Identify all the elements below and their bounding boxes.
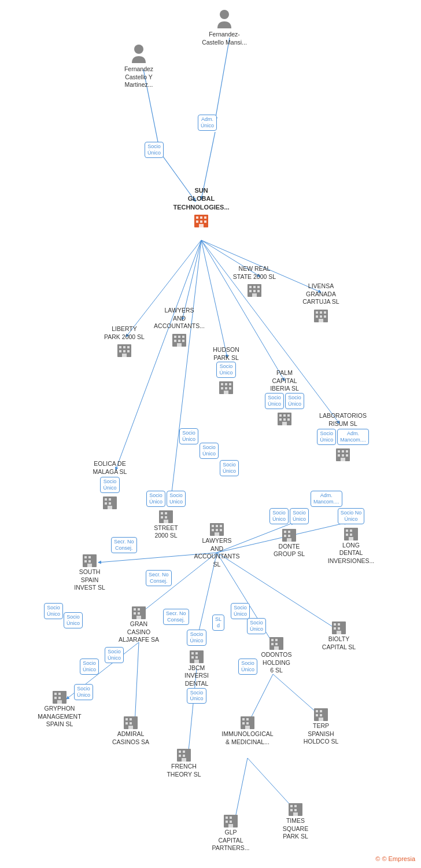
svg-rect-184 (319, 718, 323, 721)
svg-rect-122 (346, 534, 348, 536)
eolica-malaga-node[interactable]: EOLICA DEMALAGA SL SocioÚnico (87, 460, 133, 510)
svg-rect-35 (204, 220, 206, 223)
svg-rect-189 (230, 821, 232, 823)
adm-mancom2[interactable]: Adm.Mancom.... (311, 491, 342, 507)
svg-rect-132 (134, 608, 136, 610)
livensa-granada-node[interactable]: LIVENSAGRANADACARTUJA SL (295, 282, 347, 323)
svg-rect-157 (58, 693, 61, 695)
socio-unico-eolica: SocioÚnico (100, 477, 119, 493)
socio-unico-south2[interactable]: SocioÚnico (64, 612, 83, 628)
svg-rect-63 (123, 346, 125, 348)
svg-rect-109 (212, 529, 214, 531)
eolica-icon (102, 494, 118, 510)
sun-global-label: SUNGLOBALTECHNOLOGIES... (173, 186, 229, 211)
socio-unico-gry[interactable]: SocioÚnico (74, 684, 93, 700)
new-real-state-node[interactable]: NEW REALSTATE 2000 SL (231, 265, 278, 298)
immunological-node[interactable]: IMMUNOLOGICAL& MEDICINAL... (219, 713, 276, 746)
liberty-park-label: LIBERTYPARK 2000 SL (104, 325, 145, 341)
svg-rect-110 (216, 529, 218, 531)
secr-no-consej2[interactable]: Secr. NoConsej. (146, 570, 172, 586)
svg-rect-141 (195, 656, 198, 659)
svg-rect-42 (253, 290, 256, 292)
svg-rect-68 (122, 354, 127, 357)
svg-rect-151 (338, 623, 340, 626)
gran-casino-label: GRANCASINOALJARAFE SA (119, 620, 159, 644)
admiral-casinos-node[interactable]: ADMIRALCASINOS SA (108, 713, 154, 746)
svg-rect-156 (54, 693, 57, 695)
secr-no-consej3[interactable]: Secr. NoConsej. (163, 609, 189, 625)
new-real-state-icon (246, 282, 263, 298)
biolty-icon (331, 619, 347, 635)
street-2000-node[interactable]: SocioÚnico SocioUnico STREET2000 SL (146, 491, 186, 540)
times-square-node[interactable]: TIMESSQUAREPARK SL (269, 800, 322, 841)
biolty-capital-node[interactable]: BIOLTYCAPITAL SL (316, 618, 362, 651)
svg-rect-80 (287, 414, 290, 417)
diagram-container: Fernandez- Castello Mansi... FernandezCa… (0, 0, 421, 868)
glp-capital-node[interactable]: GLPCAPITALPARTNERS... (205, 811, 257, 852)
french-theory-node[interactable]: FRENCHTHEORY SL (161, 745, 207, 778)
times-square-label: TIMESSQUAREPARK SL (283, 817, 308, 841)
svg-rect-134 (134, 612, 136, 615)
svg-rect-164 (125, 722, 128, 724)
odontos-icon (268, 635, 285, 651)
donte-icon (281, 527, 297, 543)
socio-unico-south1[interactable]: SocioÚnico (44, 603, 63, 619)
svg-rect-30 (196, 216, 198, 219)
lawyers-top-node[interactable]: LAWYERSANDACCOUNTANTS... (153, 307, 205, 348)
south-spain-node[interactable]: SOUTHSPAININVEST SL (67, 551, 113, 592)
liberty-park-node[interactable]: LIBERTYPARK 2000 SL (98, 325, 150, 358)
socio-unico-mid3[interactable]: SocioÚnico (220, 460, 239, 476)
odontos-holding-node[interactable]: ODONTOSHOLDING6 SL (253, 634, 300, 675)
svg-rect-111 (220, 529, 222, 531)
socio-unico-mid2[interactable]: SocioÚnico (200, 443, 219, 459)
lawyers-main-node[interactable]: LAWYERSANDACCOUNTANTS SL (191, 520, 243, 569)
svg-rect-36 (199, 224, 204, 227)
sl-d-badge[interactable]: SLd (212, 615, 224, 631)
socio-unico-mid1[interactable]: SocioÚnico (179, 428, 198, 444)
socio-unico-odontos1[interactable]: SocioÚnico (247, 618, 266, 634)
adm-unico-top-badge[interactable]: Adm.Único (198, 115, 217, 131)
donte-group-node[interactable]: SocioÚnico SocioÚnico DONTEGROUP SL (266, 508, 312, 558)
svg-rect-95 (109, 498, 111, 501)
svg-rect-171 (183, 755, 185, 757)
svg-rect-84 (282, 422, 287, 425)
lawyers-top-label: LAWYERSANDACCOUNTANTS... (154, 307, 205, 330)
laboratorios-risum-node[interactable]: LABORATORIOSRISUM SL SocioÚnico Adm.Manc… (317, 412, 369, 462)
svg-rect-48 (324, 311, 326, 314)
svg-rect-112 (215, 532, 219, 536)
hudson-park-node[interactable]: HUDSONPARK SL SocioÚnico (206, 346, 246, 395)
sun-global-node[interactable]: SUNGLOBALTECHNOLOGIES... (172, 186, 230, 229)
svg-rect-182 (316, 714, 318, 716)
socio-unico-gran1[interactable]: SocioÚnico (105, 647, 124, 663)
terp-spanish-node[interactable]: TERPSPANISHHOLDCO SL (295, 705, 347, 746)
jbcm-node[interactable]: SocioÚnico JBCMINVERSIDENTAL SocioÚnico (173, 630, 220, 704)
svg-rect-40 (257, 286, 260, 288)
svg-rect-195 (294, 809, 297, 811)
immunological-label: IMMUNOLOGICAL& MEDICINAL... (221, 730, 273, 746)
jbcm-label: JBCMINVERSIDENTAL (184, 664, 209, 688)
socio-unico-sl[interactable]: SocioÚnico (231, 603, 250, 619)
svg-rect-52 (319, 319, 323, 322)
svg-rect-44 (252, 293, 257, 297)
socio-unico-gran2[interactable]: SocioÚnico (80, 659, 99, 675)
hudson-icon (218, 379, 234, 395)
palm-capital-node[interactable]: PALMCAPITALIBERIA SL SocioÚnico SocioÚni… (261, 369, 308, 426)
lawyers-main-icon (209, 521, 225, 537)
socio-unico-top-badge[interactable]: SocioÚnico (145, 142, 164, 158)
svg-rect-38 (249, 286, 252, 288)
laboratorios-icon (335, 446, 351, 462)
svg-rect-97 (109, 502, 111, 505)
svg-rect-126 (84, 556, 87, 558)
svg-rect-56 (182, 336, 184, 338)
glp-label: GLPCAPITALPARTNERS... (212, 829, 250, 852)
svg-rect-136 (136, 616, 141, 619)
svg-rect-117 (288, 535, 290, 537)
secr-no-consej1[interactable]: Secr. NoConsej. (111, 537, 137, 553)
long-dental-node[interactable]: Socio NoÚnico LONGDENTALINVERSIONES... (325, 508, 377, 565)
svg-rect-103 (165, 516, 167, 518)
terp-icon (313, 706, 329, 722)
gran-casino-node[interactable]: GRANCASINOALJARAFE SA (113, 603, 164, 644)
svg-rect-100 (161, 512, 163, 514)
svg-rect-170 (179, 755, 181, 757)
svg-rect-180 (316, 710, 318, 712)
